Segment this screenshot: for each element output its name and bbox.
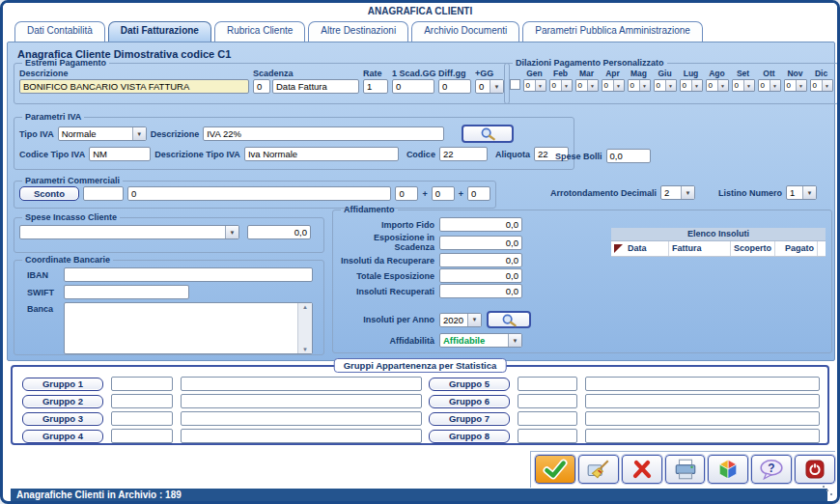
sconto-campo3-field[interactable]: 0: [395, 186, 418, 201]
gruppo-2-descrizione-field[interactable]: [181, 394, 422, 408]
importo-fido-field[interactable]: 0,0: [439, 217, 522, 232]
chevron-down-icon[interactable]: ▼: [225, 226, 238, 238]
chevron-down-icon[interactable]: ▼: [490, 80, 503, 93]
chevron-down-icon[interactable]: ▼: [681, 186, 694, 199]
sconto-campo5-field[interactable]: 0: [467, 186, 490, 201]
spese-incasso-importo-field[interactable]: 0,0: [247, 225, 311, 239]
gruppo-4-button[interactable]: Gruppo 4: [22, 430, 103, 443]
confirm-button[interactable]: [535, 455, 575, 484]
gruppo-3-descrizione-field[interactable]: [181, 411, 422, 426]
tab-parametri-pa[interactable]: Parametri Pubblica Amministrazione: [522, 21, 703, 42]
gruppo-8-descrizione-field[interactable]: [585, 429, 820, 443]
delete-button[interactable]: [622, 455, 662, 484]
gruppo-1-button[interactable]: Gruppo 1: [22, 378, 103, 391]
gruppo-6-descrizione-field[interactable]: [585, 394, 820, 408]
dilazione-apr-combo[interactable]: 0▼: [602, 79, 625, 92]
gruppo-3-codice-field[interactable]: [111, 411, 173, 426]
column-data[interactable]: Data: [625, 241, 669, 256]
chevron-down-icon[interactable]: ▼: [802, 186, 816, 199]
piugg-combo[interactable]: 0 ▼: [475, 79, 504, 94]
gruppo-6-codice-field[interactable]: [518, 394, 577, 408]
dilazione-set-combo[interactable]: 0▼: [732, 79, 755, 92]
chevron-down-icon[interactable]: ▼: [467, 314, 481, 326]
dilazioni-checkbox[interactable]: [510, 79, 520, 90]
sconto-button[interactable]: Sconto: [19, 186, 79, 201]
dilazione-mag-combo[interactable]: 0▼: [628, 79, 651, 92]
elenco-body[interactable]: [611, 257, 826, 351]
swift-field[interactable]: [64, 285, 189, 299]
gruppo-2-button[interactable]: Gruppo 2: [22, 395, 103, 408]
codice-tipo-iva-field[interactable]: NM: [89, 147, 151, 161]
column-scoperto[interactable]: Scoperto: [731, 241, 775, 256]
descrizione-pagamento-field[interactable]: BONIFICO BANCARIO VISTA FATTURA: [19, 79, 249, 94]
descrizione-tipo-iva-field[interactable]: Iva Normale: [244, 147, 399, 161]
banca-scrollbar[interactable]: ▲ ▼: [297, 303, 312, 353]
sconto-campo2-field[interactable]: 0: [127, 186, 391, 201]
print-button[interactable]: [665, 455, 706, 484]
gruppo-5-descrizione-field[interactable]: [585, 377, 820, 391]
codice-iva-field[interactable]: 22: [439, 147, 488, 161]
scroll-down-icon[interactable]: ▼: [302, 347, 308, 352]
gruppo-3-button[interactable]: Gruppo 3: [22, 412, 103, 426]
tab-altre-destinazioni[interactable]: Altre Destinazioni: [308, 21, 408, 42]
tab-dati-contabilita[interactable]: Dati Contabilità: [14, 21, 105, 42]
esposizione-scadenza-field[interactable]: 0,0: [439, 236, 522, 250]
exit-button[interactable]: [795, 455, 835, 484]
scad1-field[interactable]: 0: [392, 79, 434, 94]
gruppo-5-codice-field[interactable]: [518, 377, 577, 391]
diffgg-field[interactable]: 0: [438, 79, 471, 94]
gruppo-5-button[interactable]: Gruppo 5: [429, 378, 510, 391]
dilazione-mar-combo[interactable]: 0▼: [575, 79, 599, 92]
sconto-campo4-field[interactable]: 0: [432, 186, 455, 201]
totale-esposizione-field[interactable]: 0,0: [439, 268, 522, 283]
cerca-iva-button[interactable]: [462, 125, 514, 143]
gruppo-4-descrizione-field[interactable]: [181, 429, 422, 443]
banca-textarea[interactable]: ▲ ▼: [64, 302, 313, 354]
column-pagato[interactable]: Pagato: [775, 241, 818, 256]
iban-field[interactable]: [64, 267, 313, 282]
insoluti-recuperare-field[interactable]: 0,0: [439, 253, 522, 267]
gruppo-7-button[interactable]: Gruppo 7: [429, 412, 510, 426]
affidabilita-combo[interactable]: Affidabile ▼: [439, 333, 522, 348]
gruppo-6-button[interactable]: Gruppo 6: [429, 395, 510, 408]
dilazione-ott-combo[interactable]: 0▼: [758, 79, 781, 92]
arrotondamento-combo[interactable]: 2 ▼: [660, 185, 695, 200]
gruppo-7-codice-field[interactable]: [518, 411, 577, 426]
gruppo-8-codice-field[interactable]: [518, 429, 577, 443]
column-fattura[interactable]: Fattura: [669, 241, 731, 256]
tipo-iva-combo[interactable]: Normale ▼: [58, 126, 147, 141]
help-button[interactable]: ?: [751, 455, 792, 484]
gruppo-4-codice-field[interactable]: [111, 429, 173, 443]
cerca-insoluti-button[interactable]: [487, 311, 531, 328]
chevron-down-icon[interactable]: ▼: [132, 127, 146, 140]
dilazione-gen-combo[interactable]: 0▼: [523, 79, 546, 92]
scadenza-gg-field[interactable]: 0: [253, 79, 270, 94]
listino-combo[interactable]: 1 ▼: [786, 185, 817, 200]
tab-rubrica-cliente[interactable]: Rubrica Cliente: [214, 21, 305, 42]
clear-button[interactable]: [578, 455, 619, 484]
dilazione-dic-combo[interactable]: 0▼: [810, 79, 833, 92]
dilazione-nov-combo[interactable]: 0▼: [784, 79, 807, 92]
gruppo-8-button[interactable]: Gruppo 8: [429, 430, 510, 443]
dilazione-ago-combo[interactable]: 0▼: [706, 79, 729, 92]
insoluti-recuperati-field[interactable]: 0,0: [439, 284, 522, 298]
insoluti-anno-combo[interactable]: 2020 ▼: [439, 313, 482, 327]
scadenza-tipo-field[interactable]: Data Fattura: [272, 79, 359, 94]
dilazione-feb-combo[interactable]: 0▼: [549, 79, 573, 92]
dilazione-giu-combo[interactable]: 0▼: [654, 79, 677, 92]
iva-descrizione-field[interactable]: IVA 22%: [203, 126, 444, 141]
chevron-down-icon[interactable]: ▼: [508, 334, 521, 347]
tab-archivio-documenti[interactable]: Archivio Documenti: [411, 21, 519, 42]
dilazione-lug-combo[interactable]: 0▼: [680, 79, 703, 92]
spese-incasso-combo[interactable]: ▼: [19, 225, 239, 239]
gruppo-2-codice-field[interactable]: [111, 394, 173, 408]
gruppo-1-descrizione-field[interactable]: [181, 377, 422, 391]
spese-bolli-field[interactable]: 0,0: [606, 149, 651, 163]
rate-field[interactable]: 1: [363, 79, 388, 94]
sconto-campo1-field[interactable]: [83, 186, 124, 201]
gruppo-7-descrizione-field[interactable]: [585, 411, 820, 426]
tab-dati-fatturazione[interactable]: Dati Fatturazione: [108, 21, 211, 42]
gruppo-1-codice-field[interactable]: [111, 377, 173, 391]
scroll-up-icon[interactable]: ▲: [302, 304, 308, 310]
utilities-button[interactable]: [708, 455, 748, 484]
